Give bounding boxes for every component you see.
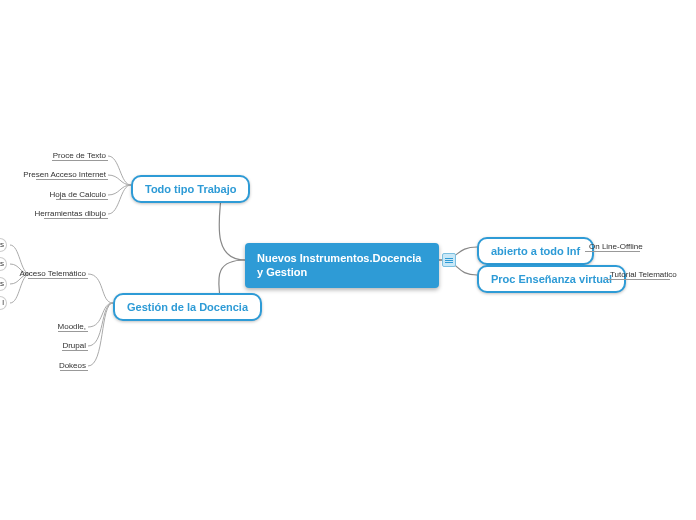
cutoff-label: l: [0, 298, 4, 307]
leaf-online-offline[interactable]: On Line-Offline: [589, 242, 643, 251]
branch-gestion-docencia[interactable]: Gestión de la Docencia: [113, 293, 262, 321]
branch-label: Proc Enseñanza virtual: [491, 273, 612, 285]
central-topic[interactable]: Nuevos Instrumentos.Docencia y Gestion: [245, 243, 439, 288]
branch-todo-tipo-trabajo[interactable]: Todo tipo Trabajo: [131, 175, 250, 203]
leaf-dokeos[interactable]: Dokeos: [0, 361, 86, 370]
leaf-moodle[interactable]: Moodle,: [0, 322, 86, 331]
cutoff-label: s: [0, 279, 4, 288]
note-icon[interactable]: [442, 253, 456, 267]
branch-proc-ensenanza[interactable]: Proc Enseñanza virtual: [477, 265, 626, 293]
leaf-presen-acceso[interactable]: Presen Acceso Internet: [0, 170, 106, 179]
leaf-tutorial-telematico[interactable]: Tutorial Telematico: [610, 270, 677, 279]
branch-label: abierto a todo Inf: [491, 245, 580, 257]
branch-abierto-todo-inf[interactable]: abierto a todo Inf: [477, 237, 594, 265]
leaf-acceso-telematico[interactable]: Acceso Telemático: [0, 269, 86, 278]
leaf-hoja-calculo[interactable]: Hoja de Calculo: [0, 190, 106, 199]
branch-label: Todo tipo Trabajo: [145, 183, 236, 195]
cutoff-label: s: [0, 240, 4, 249]
branch-label: Gestión de la Docencia: [127, 301, 248, 313]
leaf-herramientas-dibujo[interactable]: Herramientas dibujo: [0, 209, 106, 218]
central-topic-label: Nuevos Instrumentos.Docencia y Gestion: [257, 252, 421, 278]
leaf-drupal[interactable]: Drupal: [0, 341, 86, 350]
cutoff-label: s: [0, 259, 4, 268]
leaf-proce-texto[interactable]: Proce de Texto: [0, 151, 106, 160]
